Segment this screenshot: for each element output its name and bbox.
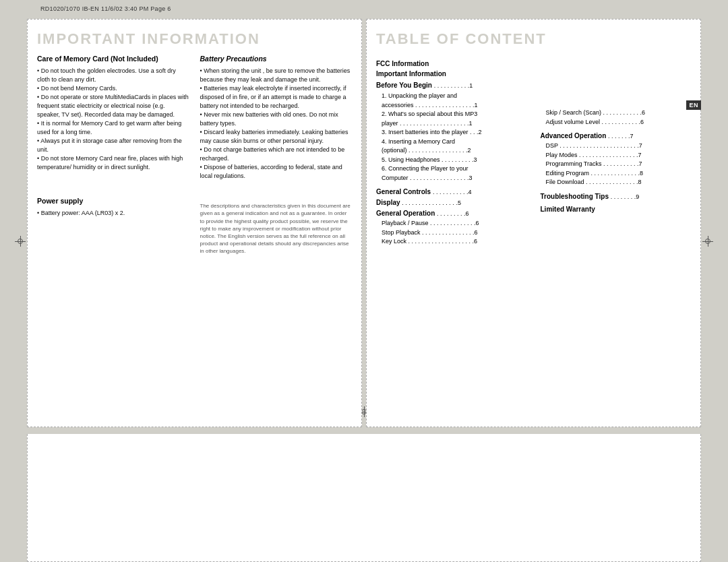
- toc-display-label: Display: [376, 199, 400, 206]
- main-area: Important Information Care of Memory Car…: [27, 19, 701, 427]
- list-item: Discard leaky batteries immediately. Lea…: [200, 128, 353, 146]
- left-page: Important Information Care of Memory Car…: [27, 19, 362, 427]
- battery-precautions-body: When storing the unit , be sure to remov…: [200, 67, 353, 181]
- toc-item-6b: Computer . . . . . . . . . . . . . . . .…: [376, 174, 527, 183]
- toc-dsp: DSP . . . . . . . . . . . . . . . . . . …: [541, 142, 692, 151]
- disclaimer-text: The descriptions and characteristics giv…: [200, 202, 353, 255]
- toc-general-controls-row: General Controls . . . . . . . . . . .4: [376, 188, 527, 195]
- list-item: Do not charge batteries which are not in…: [200, 146, 353, 163]
- care-memory-card-title: Care of Memory Card (Not Included): [37, 55, 189, 64]
- list-item: Do not touch the golden electrodes. Use …: [37, 67, 189, 84]
- right-page-watermark: Table of Content: [376, 30, 691, 48]
- list-item: Batteries may leak electrolyte if insert…: [200, 84, 353, 111]
- list-item: Do not bend Memory Cards.: [37, 84, 189, 93]
- crosshair-left: [15, 236, 26, 247]
- toc-stop-playback: Stop Playback . . . . . . . . . . . . . …: [376, 228, 527, 238]
- toc-before-you-begin-row: Before You Begin . . . . . . . . . . .1: [376, 82, 527, 89]
- toc-item-2: 2. What's so special about this MP3: [376, 110, 527, 119]
- toc-limited-warranty-row: Limited Warranty: [541, 206, 692, 213]
- toc-header-fcc: FCC Information: [376, 60, 527, 67]
- toc-right-column: Skip / Search (Scan) . . . . . . . . . .…: [541, 55, 692, 247]
- toc-item-2b: player . . . . . . . . . . . . . . . . .…: [376, 119, 527, 129]
- toc-item-6: 6. Connecting the Player to your: [376, 164, 527, 174]
- battery-precautions-section: Battery Precautions When storing the uni…: [200, 55, 353, 181]
- toc-editing-program: Editing Program . . . . . . . . . . . . …: [541, 169, 692, 179]
- bottom-area: [27, 434, 701, 562]
- toc-item-5: 5. Using Headphones . . . . . . . . . .3: [376, 156, 527, 165]
- list-item: Always put it in storage case after remo…: [37, 137, 189, 154]
- toc-key-lock: Key Lock . . . . . . . . . . . . . . . .…: [376, 237, 527, 247]
- toc-sub-label: accessories . . . . . . . . . . . . . . …: [382, 101, 478, 111]
- power-supply-section: Power supply Battery power: AAA (LR03) x…: [37, 197, 189, 255]
- list-item: Battery power: AAA (LR03) x 2.: [37, 209, 189, 218]
- page-header: RD1020/1070 IB-EN 11/6/02 3:40 PM Page 6: [40, 5, 171, 12]
- toc-sub-item-accessories: accessories . . . . . . . . . . . . . . …: [376, 101, 527, 111]
- toc-adjust-volume: Adjust volume Level . . . . . . . . . . …: [541, 118, 692, 127]
- power-supply-body: Battery power: AAA (LR03) x 2.: [37, 209, 189, 218]
- toc-header-important-info: Important Information: [376, 70, 527, 77]
- toc-advanced-operation-label: Advanced Operation: [541, 132, 607, 139]
- crosshair-right: [702, 236, 713, 247]
- toc-general-controls-label: General Controls: [376, 188, 431, 195]
- toc-item-4b: (optional) . . . . . . . . . . . . . . .…: [376, 146, 527, 156]
- en-badge: EN: [686, 100, 701, 110]
- list-item: When storing the unit , be sure to remov…: [200, 67, 353, 84]
- toc-general-operation-label: General Operation: [376, 210, 435, 217]
- toc-advanced-operation-row: Advanced Operation . . . . . . .7: [541, 132, 692, 139]
- care-memory-card-body: Do not touch the golden electrodes. Use …: [37, 67, 189, 173]
- header-text: RD1020/1070 IB-EN 11/6/02 3:40 PM Page 6: [40, 5, 171, 12]
- toc-display-row: Display . . . . . . . . . . . . . . . . …: [376, 199, 527, 206]
- left-page-watermark: Important Information: [37, 30, 352, 48]
- list-item: It is normal for Memory Card to get warm…: [37, 119, 189, 137]
- toc-item-3: 3. Insert batteries into the player . . …: [376, 128, 527, 137]
- toc-before-you-begin-label: Before You Begin: [376, 82, 432, 89]
- toc-play-modes: Play Modes . . . . . . . . . . . . . . .…: [541, 151, 692, 160]
- toc-limited-warranty-label: Limited Warranty: [541, 206, 595, 213]
- care-memory-card-section: Care of Memory Card (Not Included) Do no…: [37, 55, 189, 181]
- toc-troubleshooting-row: Troubleshooting Tips . . . . . . . .9: [541, 193, 692, 200]
- toc-playback-pause: Playback / Pause . . . . . . . . . . . .…: [376, 219, 527, 228]
- toc-item-1: 1. Unpacking the player and accessories …: [376, 92, 527, 110]
- list-item: Do not operate or store MultiMediaCards …: [37, 93, 189, 119]
- power-supply-title: Power supply: [37, 197, 189, 206]
- battery-precautions-title: Battery Precautions: [200, 55, 353, 64]
- toc-file-download: File Download . . . . . . . . . . . . . …: [541, 178, 692, 187]
- toc-general-operation-row: General Operation . . . . . . . . .6: [376, 210, 527, 217]
- toc-skip-search: Skip / Search (Scan) . . . . . . . . . .…: [541, 108, 692, 118]
- left-content-grid: Care of Memory Card (Not Included) Do no…: [37, 55, 352, 255]
- list-item: Never mix new batteries with old ones. D…: [200, 111, 353, 128]
- list-item: Dispose of batteries, according to feder…: [200, 163, 353, 181]
- toc-programming-tracks: Programming Tracks . . . . . . . . . . .…: [541, 160, 692, 169]
- toc-columns: FCC Information Important Information Be…: [376, 55, 691, 247]
- right-page: Table of Content EN FCC Information Impo…: [366, 19, 701, 427]
- toc-troubleshooting-label: Troubleshooting Tips: [541, 193, 609, 200]
- toc-left-column: FCC Information Important Information Be…: [376, 55, 527, 247]
- toc-sub-item-unpack: 1. Unpacking the player and: [376, 92, 527, 101]
- toc-item-4: 4. Inserting a Memory Card: [376, 137, 527, 147]
- list-item: Do not store Memory Card near fire, plac…: [37, 154, 189, 172]
